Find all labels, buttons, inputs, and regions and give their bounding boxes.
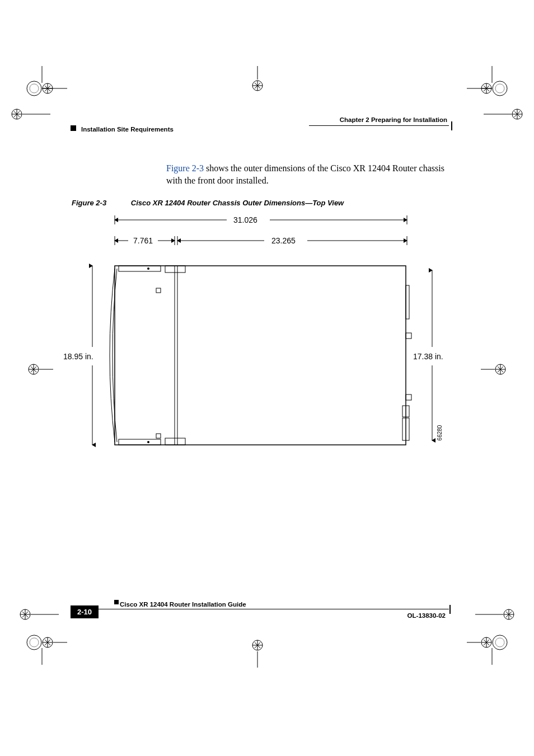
- body-text-rest: shows the outer dimensions of the Cisco …: [166, 163, 444, 185]
- svg-rect-44: [406, 333, 411, 339]
- svg-rect-40: [165, 438, 185, 445]
- figure-title: Cisco XR 12404 Router Chassis Outer Dime…: [131, 199, 344, 207]
- svg-rect-43: [406, 285, 409, 319]
- svg-rect-36: [119, 439, 161, 445]
- footer-square-icon: [114, 600, 119, 604]
- figure-reference-link: Figure 2-3: [166, 163, 204, 173]
- svg-point-11: [481, 83, 491, 93]
- svg-rect-41: [156, 288, 161, 293]
- svg-rect-35: [119, 266, 161, 271]
- header-rule-right: [309, 125, 449, 126]
- svg-point-52: [20, 609, 30, 619]
- svg-point-64: [495, 638, 504, 647]
- svg-rect-42: [156, 434, 161, 438]
- svg-point-55: [30, 638, 39, 647]
- regmark-mid-right-upper: [472, 103, 528, 125]
- regmark-top-center: [235, 66, 280, 94]
- svg-rect-45: [406, 395, 411, 400]
- svg-point-8: [493, 81, 507, 96]
- svg-point-62: [504, 609, 514, 619]
- svg-point-1: [27, 81, 41, 96]
- svg-point-16: [29, 364, 39, 374]
- regmark-mid-left: [22, 358, 56, 381]
- svg-point-2: [30, 84, 39, 93]
- svg-rect-39: [165, 266, 185, 273]
- regmark-top-right: [453, 66, 520, 116]
- page-number: 2-10: [71, 605, 99, 618]
- chassis-diagram: 31.026 7.761 23.265 18.95 in. 17.38 in. …: [65, 210, 452, 450]
- running-header-right: Chapter 2 Preparing for Installation: [340, 116, 447, 123]
- page-container: { "header": { "chapter": "Chapter 2 Prep…: [0, 0, 534, 756]
- footer-rule: [71, 609, 449, 609]
- dim-total-width: 31.026: [233, 215, 257, 224]
- regmark-mid-right: [478, 358, 512, 381]
- dim-left-height: 18.95 in.: [63, 352, 93, 361]
- svg-point-6: [252, 81, 263, 91]
- svg-point-15: [512, 109, 522, 119]
- svg-point-4: [43, 83, 53, 93]
- regmark-top-left: [14, 66, 81, 116]
- regmark-mid-left-upper: [6, 103, 62, 125]
- dim-right-height: 17.38 in.: [413, 352, 443, 361]
- header-square-icon: [71, 125, 76, 131]
- svg-point-54: [27, 635, 41, 650]
- dim-rear-depth: 23.265: [271, 236, 296, 245]
- figure-caption: Figure 2-3 Cisco XR 12404 Router Chassis…: [72, 199, 344, 207]
- diagram-svg: [65, 210, 452, 456]
- body-paragraph: Figure 2-3 shows the outer dimensions of…: [166, 162, 447, 186]
- svg-point-59: [252, 640, 263, 650]
- figure-number: Figure 2-3: [72, 199, 106, 207]
- running-header-left: Installation Site Requirements: [81, 126, 174, 133]
- drawing-part-number: 66280: [437, 425, 443, 441]
- dim-front-depth: 7.761: [133, 236, 153, 245]
- doc-id: OL-13830-02: [407, 612, 446, 619]
- svg-point-56: [43, 637, 53, 647]
- regmark-bottom-right: [453, 603, 520, 665]
- svg-point-12: [12, 109, 22, 119]
- regmark-bottom-center: [235, 637, 280, 670]
- svg-point-65: [481, 637, 491, 647]
- svg-point-9: [495, 84, 504, 93]
- svg-point-37: [147, 267, 149, 270]
- footer-doc-title: Cisco XR 12404 Router Installation Guide: [120, 601, 246, 608]
- svg-point-63: [493, 635, 507, 650]
- svg-point-38: [147, 441, 149, 443]
- svg-point-19: [495, 364, 505, 374]
